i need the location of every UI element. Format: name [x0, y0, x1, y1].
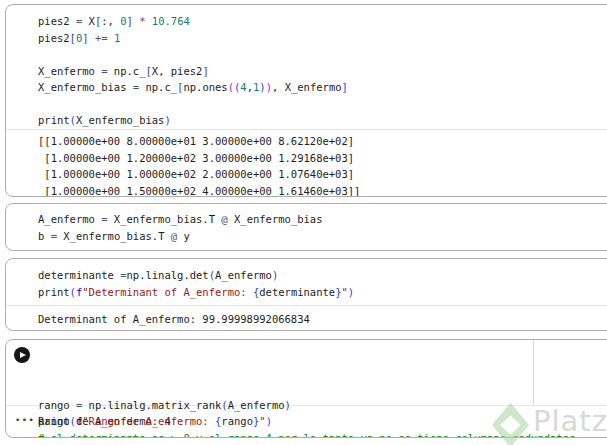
- code-line: pies2 = X[:, 0] * 10.764: [38, 13, 607, 30]
- code-line: # el determinante es > 0 y el rango 4 po…: [38, 430, 607, 439]
- code-editor-1[interactable]: pies2 = X[:, 0] * 10.764pies2[0] += 1 X_…: [6, 5, 607, 129]
- code-line: [38, 96, 607, 113]
- cell-output-3: Determinant of A_enfermo: 99.99998992066…: [6, 305, 607, 328]
- code-line: X_enfermo_bias = np.c_[np.ones((4,1)), X…: [38, 79, 607, 96]
- output-more-actions-button[interactable]: •••: [15, 416, 35, 425]
- output-line: Determinant of A_enfermo: 99.99998992066…: [38, 311, 607, 328]
- code-line: A_enfermo = X_enfermo_bias.T @ X_enfermo…: [38, 211, 607, 228]
- cell-output-1: [[1.00000e+00 8.00000e+01 3.00000e+00 8.…: [6, 129, 607, 197]
- code-line: [38, 46, 607, 63]
- output-line: [1.00000e+00 1.00000e+02 2.00000e+00 1.0…: [38, 166, 607, 183]
- code-line: print(f"Rango de A_enfermo: {rango}"): [38, 413, 607, 430]
- column-ruler: [533, 340, 534, 405]
- output-line: [[1.00000e+00 8.00000e+01 3.00000e+00 8.…: [38, 133, 607, 150]
- play-icon: [20, 352, 26, 358]
- run-cell-button[interactable]: [14, 347, 30, 363]
- code-line: print(f"Determinant of A_enfermo: {deter…: [38, 284, 607, 301]
- code-cell-3: determinante =np.linalg.det(A_enfermo)pr…: [5, 258, 607, 331]
- code-line: rango = np.linalg.matrix_rank(A_enfermo): [38, 397, 607, 414]
- code-editor-3[interactable]: determinante =np.linalg.det(A_enfermo)pr…: [6, 259, 607, 305]
- code-line: X_enfermo = np.c_[X, pies2]: [38, 63, 607, 80]
- output-line: [1.00000e+00 1.20000e+02 3.00000e+00 1.2…: [38, 150, 607, 167]
- code-cell-1: pies2 = X[:, 0] * 10.764pies2[0] += 1 X_…: [5, 4, 607, 197]
- code-editor-4[interactable]: rango = np.linalg.matrix_rank(A_enfermo)…: [6, 340, 607, 405]
- code-line: b = X_enfermo_bias.T @ y: [38, 228, 607, 245]
- code-line: print(X_enfermo_bias): [38, 112, 607, 129]
- output-line: [1.00000e+00 1.50000e+02 4.00000e+00 1.6…: [38, 183, 607, 198]
- code-line: pies2[0] += 1: [38, 30, 607, 47]
- code-line: determinante =np.linalg.det(A_enfermo): [38, 267, 607, 284]
- code-cell-2: A_enfermo = X_enfermo_bias.T @ X_enfermo…: [5, 203, 607, 251]
- code-cell-4: rango = np.linalg.matrix_rank(A_enfermo)…: [5, 339, 607, 438]
- code-editor-2[interactable]: A_enfermo = X_enfermo_bias.T @ X_enfermo…: [6, 204, 607, 250]
- notebook-editor: pies2 = X[:, 0] * 10.764pies2[0] += 1 X_…: [0, 0, 607, 445]
